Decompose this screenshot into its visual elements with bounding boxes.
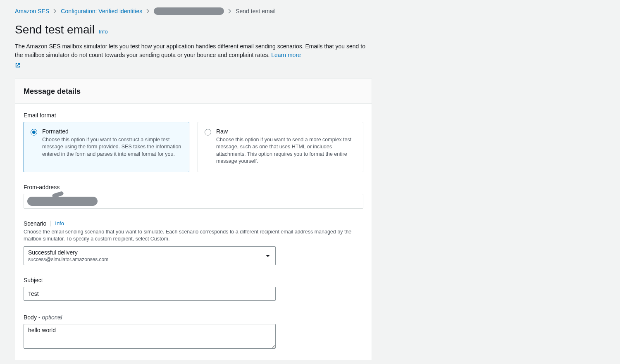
breadcrumb-link-ses[interactable]: Amazon SES — [15, 8, 49, 14]
chevron-right-icon — [146, 9, 150, 14]
scenario-desc: Choose the email sending scenario that y… — [24, 228, 363, 243]
breadcrumb-link-verified-identities[interactable]: Configuration: Verified identities — [61, 8, 142, 14]
body-textarea[interactable] — [24, 324, 276, 349]
radio-formatted[interactable]: Formatted Choose this option if you want… — [24, 122, 189, 172]
breadcrumb: Amazon SES Configuration: Verified ident… — [15, 7, 605, 15]
scenario-select[interactable]: Successful delivery success@simulator.am… — [24, 246, 276, 265]
from-address-field[interactable] — [24, 194, 363, 209]
radio-desc: Choose this option if you want to send a… — [216, 136, 356, 165]
radio-title: Formatted — [42, 128, 182, 135]
page-title: Send test email — [15, 23, 95, 36]
message-details-panel: Message details Email format Formatted C… — [15, 79, 372, 360]
breadcrumb-identity-redacted — [154, 7, 224, 15]
body-label: Body - optional — [24, 314, 363, 321]
radio-desc: Choose this option if you want to constr… — [42, 136, 182, 158]
learn-more-link[interactable]: Learn more — [271, 52, 301, 58]
subject-input[interactable] — [24, 287, 276, 301]
radio-icon — [205, 129, 211, 136]
subject-label: Subject — [24, 277, 363, 283]
scenario-selected-primary: Successful delivery — [28, 249, 260, 256]
email-format-label: Email format — [24, 112, 363, 119]
info-link[interactable]: Info — [99, 29, 108, 35]
from-address-label: From-address — [24, 184, 363, 190]
from-address-redacted — [27, 197, 98, 206]
breadcrumb-current: Send test email — [236, 8, 276, 14]
radio-icon — [31, 129, 37, 136]
radio-raw[interactable]: Raw Choose this option if you want to se… — [198, 122, 363, 172]
panel-title: Message details — [24, 87, 363, 96]
radio-title: Raw — [216, 128, 356, 135]
scenario-info-link[interactable]: Info — [55, 220, 64, 226]
external-link-icon — [15, 62, 21, 69]
scenario-selected-secondary: success@simulator.amazonses.com — [28, 257, 260, 262]
chevron-right-icon — [53, 9, 57, 14]
chevron-right-icon — [228, 9, 231, 14]
page-description: The Amazon SES mailbox simulator lets yo… — [15, 42, 374, 59]
scenario-label: Scenario — [24, 220, 46, 227]
caret-down-icon — [265, 252, 270, 259]
